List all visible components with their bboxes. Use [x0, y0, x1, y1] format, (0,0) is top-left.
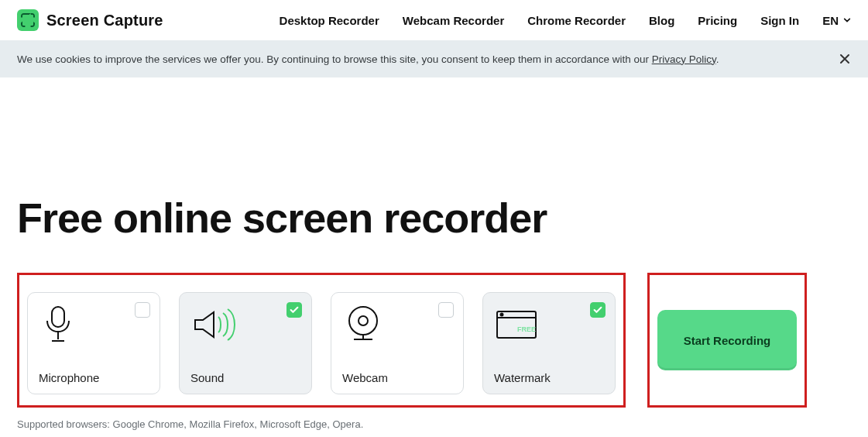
nav-link-sign-in[interactable]: Sign In — [760, 14, 799, 27]
cookie-text: We use cookies to improve the services w… — [17, 53, 719, 65]
nav-link-pricing[interactable]: Pricing — [698, 14, 737, 27]
page-title: Free online screen recorder — [17, 194, 851, 242]
watermark-icon: FREE — [494, 304, 544, 346]
option-watermark[interactable]: FREE Watermark — [482, 292, 616, 394]
cookie-banner: We use cookies to improve the services w… — [0, 40, 868, 77]
supported-browsers-text: Supported browsers: Google Chrome, Mozil… — [17, 418, 851, 430]
nav-links: Desktop Recorder Webcam Recorder Chrome … — [280, 14, 851, 27]
svg-point-2 — [359, 316, 368, 325]
checkbox-webcam[interactable] — [438, 302, 454, 318]
cta-highlight-box: Start Recording — [647, 273, 807, 408]
start-recording-button[interactable]: Start Recording — [657, 310, 797, 370]
cookie-text-post: . — [716, 53, 719, 65]
option-label: Watermark — [494, 371, 604, 384]
checkbox-watermark[interactable] — [590, 302, 606, 318]
microphone-icon — [39, 304, 88, 346]
option-microphone[interactable]: Microphone — [27, 292, 160, 394]
checkbox-sound[interactable] — [286, 302, 302, 318]
option-label: Webcam — [342, 371, 452, 384]
language-label: EN — [822, 14, 839, 27]
close-icon[interactable] — [839, 53, 851, 65]
option-label: Sound — [190, 371, 300, 384]
option-webcam[interactable]: Webcam — [331, 292, 464, 394]
svg-point-4 — [501, 314, 503, 316]
svg-rect-0 — [52, 307, 64, 327]
logo-icon — [17, 9, 39, 31]
top-nav: Screen Capture Desktop Recorder Webcam R… — [0, 0, 868, 40]
option-label: Microphone — [39, 371, 149, 384]
privacy-policy-link[interactable]: Privacy Policy — [652, 53, 716, 65]
nav-link-blog[interactable]: Blog — [649, 14, 674, 27]
sound-icon — [190, 304, 240, 346]
brand-name: Screen Capture — [46, 12, 163, 29]
cookie-text-pre: We use cookies to improve the services w… — [17, 53, 652, 65]
svg-point-1 — [349, 307, 377, 335]
nav-link-webcam-recorder[interactable]: Webcam Recorder — [403, 14, 504, 27]
chevron-down-icon — [843, 16, 851, 24]
nav-link-chrome-recorder[interactable]: Chrome Recorder — [527, 14, 626, 27]
nav-link-desktop-recorder[interactable]: Desktop Recorder — [280, 14, 379, 27]
webcam-icon — [342, 304, 392, 346]
language-selector[interactable]: EN — [822, 14, 851, 27]
options-highlight-box: Microphone Sound — [17, 273, 626, 408]
brand[interactable]: Screen Capture — [17, 9, 163, 31]
checkbox-microphone[interactable] — [135, 302, 150, 318]
option-sound[interactable]: Sound — [179, 292, 312, 394]
svg-text:FREE: FREE — [517, 325, 536, 333]
